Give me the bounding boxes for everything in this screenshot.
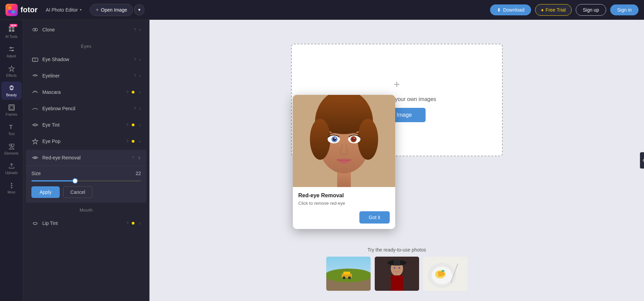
- red-eye-removal-controls: Size 22 Apply Cancel: [26, 166, 146, 203]
- sidebar-item-label: Adjust: [7, 54, 16, 58]
- mascara-arrow-icon: ›: [139, 89, 141, 95]
- eye-shadow-arrow-icon: ›: [139, 57, 141, 62]
- got-it-button[interactable]: Got it: [359, 211, 390, 224]
- action-buttons: Apply Cancel: [31, 186, 141, 198]
- sidebar-item-more[interactable]: More: [1, 179, 22, 197]
- mascara-label: Mascara: [42, 89, 121, 95]
- popup-actions: Got it: [298, 211, 390, 224]
- apply-button[interactable]: Apply: [31, 186, 60, 198]
- size-value: 22: [135, 171, 141, 176]
- sidebar-item-beauty[interactable]: Beauty: [1, 82, 22, 100]
- adjust-icon: [8, 45, 15, 53]
- eye-pop-icon: [31, 138, 39, 145]
- svg-point-32: [35, 157, 36, 158]
- eye-tint-tool-item[interactable]: Eye Tint ? ›: [26, 117, 146, 133]
- ai-photo-editor-button[interactable]: AI Photo Editor ▾: [42, 5, 86, 15]
- sidebar-item-label: Elements: [4, 152, 19, 155]
- open-image-dropdown-button[interactable]: ▾: [134, 4, 144, 15]
- sample-photos: [295, 257, 499, 291]
- svg-point-68: [338, 147, 339, 148]
- eye-shadow-tool-item[interactable]: Eye Shadow ? ›: [26, 52, 146, 67]
- svg-point-73: [351, 137, 356, 142]
- svg-point-70: [349, 147, 350, 148]
- svg-rect-3: [12, 10, 15, 13]
- svg-rect-17: [12, 144, 14, 146]
- svg-rect-14: [10, 106, 13, 109]
- open-image-label: Open Image: [101, 7, 127, 13]
- svg-point-59: [358, 119, 378, 160]
- eye-pop-tool-item[interactable]: Eye Pop ? ›: [26, 133, 146, 149]
- sidebar-item-label: Uploads: [5, 171, 18, 175]
- svg-point-20: [11, 187, 12, 188]
- sidebar-item-frames[interactable]: Frames: [1, 101, 22, 119]
- chevron-down-icon: ▾: [138, 7, 141, 12]
- eye-pop-help-icon: ?: [126, 139, 128, 143]
- sample-photo-food[interactable]: [423, 257, 468, 291]
- sign-in-button[interactable]: Sign in: [610, 4, 639, 15]
- lip-tint-icon: [31, 219, 39, 227]
- sidebar-item-text[interactable]: T Text: [1, 120, 22, 139]
- sign-in-label: Sign in: [617, 7, 632, 13]
- svg-rect-44: [393, 260, 400, 265]
- cancel-button[interactable]: Cancel: [63, 186, 92, 198]
- open-image-button[interactable]: + Open Image: [90, 4, 133, 16]
- clone-tool-item[interactable]: Clone ? ›: [26, 21, 146, 38]
- sample-photo-landscape[interactable]: [326, 257, 371, 291]
- download-button[interactable]: ⬇ Download: [490, 4, 531, 15]
- sign-up-button[interactable]: Sign up: [576, 4, 606, 16]
- svg-point-19: [11, 185, 12, 186]
- sign-up-label: Sign up: [583, 7, 599, 13]
- lip-tint-dot: [132, 222, 134, 225]
- red-eye-removal-tool-item[interactable]: Red-eye Removal ? ∨: [26, 150, 146, 166]
- mascara-help-icon: ?: [126, 90, 128, 94]
- svg-point-11: [12, 50, 13, 52]
- effects-icon: [8, 65, 15, 72]
- red-eye-removal-section: Red-eye Removal ? ∨ Size 22 Apply Cancel: [26, 150, 146, 203]
- tools-panel: Clone ? › Eyes Eye Shadow ? ›: [23, 20, 149, 301]
- eyebrow-pencil-label: Eyebrow Pencil: [42, 106, 129, 111]
- red-eye-removal-label: Red-eye Removal: [42, 155, 127, 160]
- lip-tint-tool-item[interactable]: Lip Tint ? ›: [26, 215, 146, 231]
- main-content: NEW AI Tools Adjust: [0, 20, 644, 301]
- sidebar-item-uploads[interactable]: Uploads: [1, 159, 22, 177]
- slider-thumb[interactable]: [72, 178, 78, 184]
- free-trial-label: Free Trial: [546, 7, 566, 13]
- sidebar-item-ai-tools[interactable]: NEW AI Tools: [1, 23, 22, 41]
- upload-plus-icon: +: [393, 78, 400, 91]
- ready-text: Try the ready-to-use photos: [295, 247, 499, 253]
- eye-shadow-help-icon: ?: [134, 57, 136, 61]
- beauty-icon: [8, 84, 15, 92]
- svg-point-45: [393, 267, 395, 269]
- sidebar-item-elements[interactable]: Elements: [1, 140, 22, 158]
- download-icon: ⬇: [497, 7, 501, 13]
- sidebar-item-label: Text: [8, 132, 14, 136]
- new-badge: NEW: [10, 24, 17, 27]
- lip-tint-arrow-icon: ›: [139, 220, 141, 226]
- plus-icon: +: [96, 7, 99, 13]
- sample-photo-portrait[interactable]: [375, 257, 419, 291]
- eyeliner-tool-item[interactable]: Eyeliner ? ›: [26, 68, 146, 84]
- ready-section: Try the ready-to-use photos: [295, 247, 499, 291]
- size-slider[interactable]: [31, 180, 141, 182]
- sidebar-item-label: Beauty: [6, 93, 17, 97]
- red-eye-removal-help-icon: ?: [132, 156, 134, 160]
- eye-tint-help-icon: ?: [126, 123, 128, 127]
- svg-point-18: [11, 183, 12, 184]
- eyebrow-pencil-icon: [31, 105, 39, 112]
- collapse-panel-button[interactable]: [640, 152, 644, 169]
- svg-point-39: [348, 276, 351, 279]
- popup-content: Red-eye Removal Click to remove red-eye …: [293, 187, 395, 229]
- sidebar-item-adjust[interactable]: Adjust: [1, 43, 22, 61]
- eyes-section-header: Eyes: [23, 40, 149, 52]
- free-trial-button[interactable]: ♦ Free Trial: [535, 4, 571, 16]
- sidebar-item-effects[interactable]: Effects: [1, 62, 22, 80]
- eye-shadow-icon: [31, 56, 39, 63]
- mascara-tool-item[interactable]: Mascara ? ›: [26, 84, 146, 100]
- logo: fotor: [5, 4, 38, 16]
- clone-label: Clone: [42, 27, 129, 32]
- red-eye-removal-expand-icon: ∨: [138, 155, 141, 160]
- eyebrow-pencil-tool-item[interactable]: Eyebrow Pencil ? ›: [26, 101, 146, 116]
- more-icon: [8, 182, 15, 189]
- svg-point-46: [398, 267, 400, 269]
- svg-point-69: [340, 149, 341, 150]
